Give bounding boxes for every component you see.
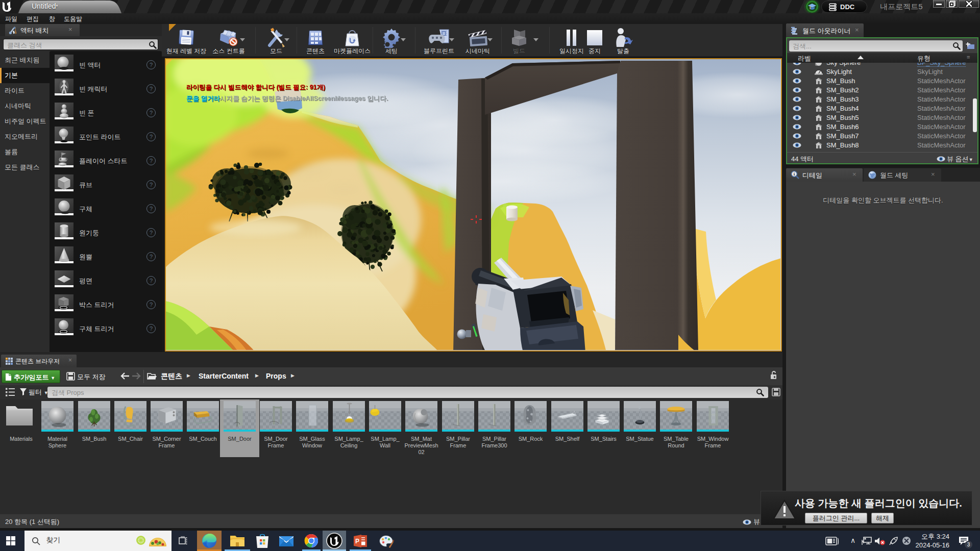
svg-text:P: P (355, 538, 359, 545)
